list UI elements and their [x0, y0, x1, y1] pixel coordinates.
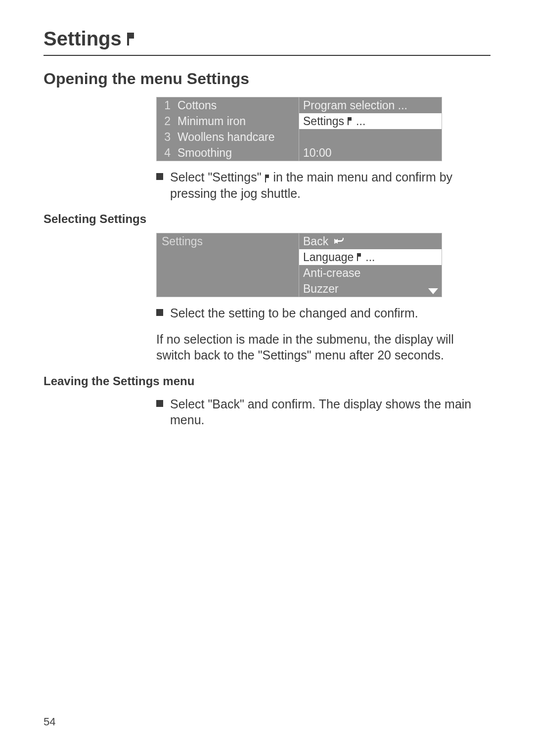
- menu-item-blank: [299, 129, 442, 145]
- menu-item-settings: Settings ...: [299, 113, 442, 129]
- clock-display: 10:00: [303, 147, 332, 159]
- submenu-title: Settings: [157, 233, 299, 249]
- back-arrow-icon: [334, 237, 345, 245]
- blank-row: [157, 249, 299, 265]
- menu-label: Anti-crease: [303, 267, 360, 279]
- flag-icon: [265, 175, 269, 182]
- instruction-pre: Select "Settings": [170, 170, 265, 184]
- section-leaving-heading: Leaving the Settings menu: [44, 374, 490, 388]
- menu-item-back: Back: [299, 233, 442, 249]
- leaving-content: Select "Back" and confirm. The display s…: [156, 396, 490, 428]
- menu-label: Language: [303, 252, 354, 263]
- program-list: 1 Cottons 2 Minimum iron 3 Woollens hand…: [157, 97, 299, 161]
- selecting-content: Settings Back: [156, 233, 490, 363]
- instruction-text: Select "Back" and confirm. The display s…: [170, 396, 490, 428]
- menu-label: Program selection ...: [303, 100, 407, 111]
- opening-content: 1 Cottons 2 Minimum iron 3 Woollens hand…: [156, 97, 490, 201]
- page-number: 54: [44, 715, 55, 728]
- menu-item-program-selection: Program selection ...: [299, 97, 442, 113]
- menu-suffix: ...: [356, 116, 365, 127]
- instruction-step: Select the setting to be changed and con…: [156, 305, 490, 321]
- submenu-title-col: Settings: [157, 233, 299, 297]
- list-label: Cottons: [178, 100, 217, 111]
- menu-label: Back: [303, 236, 328, 247]
- main-menu-display: 1 Cottons 2 Minimum iron 3 Woollens hand…: [156, 97, 441, 161]
- menu-label: Buzzer: [303, 283, 339, 295]
- menu-item-language: Language ...: [299, 249, 442, 265]
- list-item: 4 Smoothing: [157, 145, 299, 161]
- instruction-text: Select "Settings" in the main menu and c…: [170, 169, 490, 201]
- instruction-text: Select the setting to be changed and con…: [170, 305, 490, 321]
- list-index: 3: [162, 132, 171, 143]
- menu-label: Settings: [303, 116, 344, 127]
- menu-list: Program selection ... Settings ... 10:00: [299, 97, 442, 161]
- list-label: Minimum iron: [178, 116, 246, 127]
- instruction-step: Select "Settings" in the main menu and c…: [156, 169, 490, 201]
- bullet-square-icon: [156, 400, 163, 407]
- menu-item-buzzer: Buzzer: [299, 281, 442, 297]
- bullet-square-icon: [156, 309, 163, 316]
- display-grid: Settings Back: [156, 233, 442, 297]
- manual-page: Settings Opening the menu Settings 1 Cot…: [0, 0, 534, 756]
- flag-icon: [356, 253, 361, 261]
- submenu-list: Back Language ...: [299, 233, 442, 297]
- list-label: Smoothing: [178, 147, 232, 159]
- display-grid: 1 Cottons 2 Minimum iron 3 Woollens hand…: [156, 97, 442, 161]
- flag-icon: [347, 117, 352, 125]
- menu-item-time: 10:00: [299, 145, 442, 161]
- list-item: 1 Cottons: [157, 97, 299, 113]
- list-item: 2 Minimum iron: [157, 113, 299, 129]
- submenu-title-text: Settings: [162, 236, 203, 247]
- section-selecting-heading: Selecting Settings: [44, 212, 490, 226]
- flag-icon: [126, 32, 134, 46]
- section-opening-heading: Opening the menu Settings: [44, 70, 490, 88]
- bullet-square-icon: [156, 173, 163, 180]
- note-text: If no selection is made in the submenu, …: [156, 331, 490, 363]
- instruction-step: Select "Back" and confirm. The display s…: [156, 396, 490, 428]
- blank-row: [157, 281, 299, 297]
- list-index: 2: [162, 116, 171, 127]
- scroll-down-icon: [428, 288, 438, 294]
- list-label: Woollens handcare: [178, 132, 274, 143]
- list-index: 4: [162, 147, 171, 159]
- menu-suffix: ...: [365, 252, 375, 263]
- menu-item-anti-crease: Anti-crease: [299, 265, 442, 281]
- list-item: 3 Woollens handcare: [157, 129, 299, 145]
- page-title: Settings: [44, 28, 490, 56]
- list-index: 1: [162, 100, 171, 111]
- blank-row: [157, 265, 299, 281]
- page-title-text: Settings: [44, 28, 122, 50]
- settings-submenu-display: Settings Back: [156, 233, 441, 297]
